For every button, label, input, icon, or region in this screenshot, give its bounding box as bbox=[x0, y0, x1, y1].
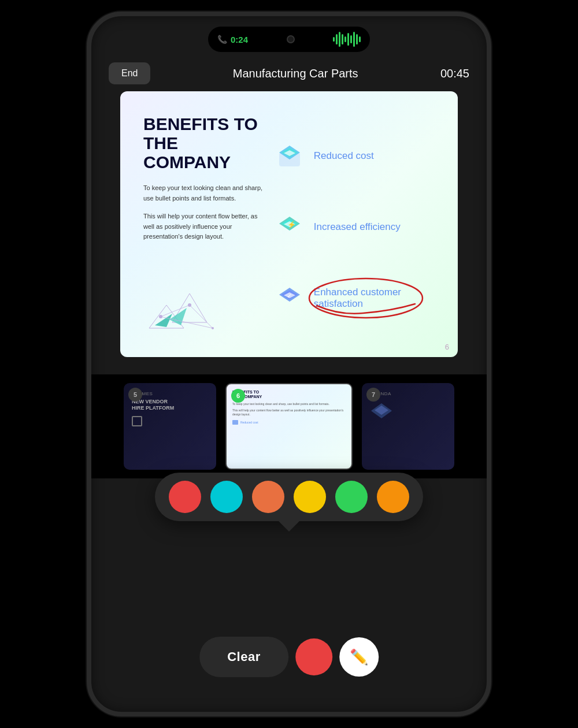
benefit-label-1: Reduced cost bbox=[314, 150, 374, 162]
color-green[interactable] bbox=[335, 481, 368, 513]
color-red[interactable] bbox=[169, 481, 201, 513]
svg-text:⚡: ⚡ bbox=[287, 220, 296, 229]
thumb-badge-1: 5 bbox=[128, 388, 142, 402]
thumbnail-1[interactable]: 5 THEMES NEW VENDORHIRE PLATFORM bbox=[124, 383, 216, 470]
call-indicator: 📞 0:24 bbox=[217, 35, 248, 44]
thumbnail-2[interactable]: 6 BENEFITS TOTHE COMPANY To keep your te… bbox=[225, 383, 353, 470]
slide-page-number: 6 bbox=[445, 343, 449, 351]
phone-icon: 📞 bbox=[217, 35, 227, 44]
benefit-icon-3: ✓ bbox=[275, 283, 305, 313]
slide-decoration bbox=[138, 276, 242, 346]
thumbnail-3[interactable]: 7 AGENDA bbox=[362, 383, 454, 470]
color-cyan[interactable] bbox=[210, 481, 243, 513]
thumb-badge-2: 6 bbox=[231, 389, 245, 403]
presentation-title: Manufacturing Car Parts bbox=[233, 67, 358, 80]
slide-heading: BENEFITS TO THE COMPANY bbox=[143, 114, 263, 172]
slide-content: BENEFITS TO THE COMPANY To keep your tex… bbox=[120, 91, 458, 357]
timer: 00:45 bbox=[440, 67, 469, 80]
end-button[interactable]: End bbox=[109, 62, 150, 84]
benefit-item-2: ⚡ Increased efficiency bbox=[275, 212, 435, 242]
svg-text:✓: ✓ bbox=[287, 292, 292, 299]
dynamic-island: 📞 0:24 bbox=[208, 27, 370, 52]
slide-description-2: This will help your content flow better,… bbox=[143, 211, 263, 242]
color-orange[interactable] bbox=[252, 481, 284, 513]
benefit-item-3: ✓ Enhanced customer satisfaction bbox=[275, 283, 435, 313]
thumb-content-2: BENEFITS TOTHE COMPANY To keep your text… bbox=[227, 384, 351, 430]
color-picker bbox=[155, 473, 423, 521]
clear-button[interactable]: Clear bbox=[199, 637, 288, 677]
slide-description-1: To keep your text looking clean and shar… bbox=[143, 183, 263, 203]
benefit-icon-2: ⚡ bbox=[275, 212, 305, 242]
color-yellow[interactable] bbox=[294, 481, 326, 513]
svg-line-8 bbox=[190, 305, 213, 328]
color-amber[interactable] bbox=[377, 481, 409, 513]
benefit-label-2: Increased efficiency bbox=[314, 221, 401, 233]
slide-right: Reduced cost ⚡ Increased efficiency bbox=[275, 114, 435, 334]
benefit-label-3: Enhanced customer satisfaction bbox=[314, 287, 401, 309]
call-time: 0:24 bbox=[231, 35, 248, 44]
benefit-item-1: Reduced cost bbox=[275, 141, 435, 171]
thumb-badge-3: 7 bbox=[366, 388, 380, 402]
edit-button[interactable]: ✏️ bbox=[339, 637, 379, 677]
selected-color-button[interactable] bbox=[295, 638, 332, 675]
waveform bbox=[333, 32, 361, 47]
svg-marker-3 bbox=[155, 314, 172, 327]
benefit-icon-1 bbox=[275, 141, 305, 171]
slide-container: BENEFITS TO THE COMPANY To keep your tex… bbox=[120, 91, 458, 357]
thumbnail-strip: 5 THEMES NEW VENDORHIRE PLATFORM 6 BENEF… bbox=[91, 374, 487, 478]
camera-pill bbox=[287, 35, 295, 43]
bottom-toolbar: Clear ✏️ bbox=[199, 637, 379, 677]
pencil-icon: ✏️ bbox=[350, 648, 368, 666]
phone-frame: 📞 0:24 End Manufacturing Car Parts 00:45 bbox=[87, 12, 491, 716]
top-bar: End Manufacturing Car Parts 00:45 bbox=[91, 62, 487, 84]
